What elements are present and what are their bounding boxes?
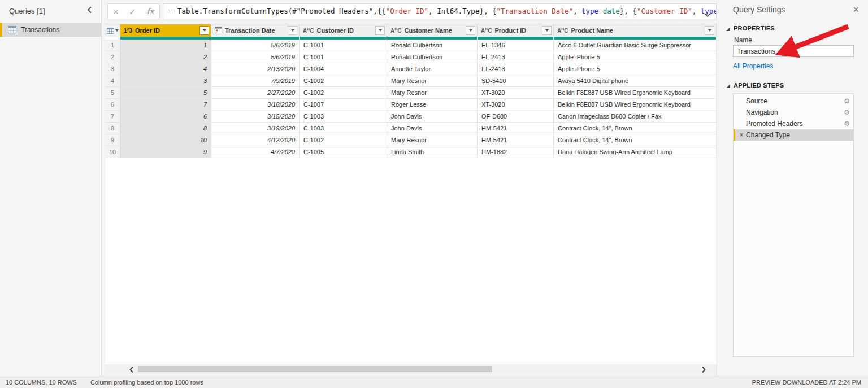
cell[interactable]: XT-3020	[478, 87, 554, 99]
commit-formula-icon[interactable]: ✓	[129, 7, 136, 16]
cell[interactable]: 8	[120, 123, 211, 134]
row-number[interactable]: 9	[105, 134, 120, 146]
fx-icon[interactable]: fx	[146, 7, 154, 15]
cell[interactable]: Roger Lesse	[387, 99, 478, 111]
close-settings-icon[interactable]: ×	[853, 5, 859, 14]
cell[interactable]: 2/27/2020	[211, 87, 300, 99]
filter-dropdown-icon[interactable]	[542, 26, 552, 35]
filter-dropdown-icon[interactable]	[199, 26, 209, 35]
filter-dropdown-icon[interactable]	[288, 26, 297, 35]
gear-icon[interactable]: ⚙	[844, 98, 850, 104]
cell[interactable]: 3	[120, 75, 211, 87]
cell[interactable]: C-1002	[300, 75, 387, 87]
cell[interactable]: SD-5410	[478, 75, 554, 87]
cell[interactable]: OF-D680	[478, 111, 554, 123]
cell[interactable]: 10	[120, 134, 211, 146]
cell[interactable]: 7	[120, 99, 211, 111]
cell[interactable]: C-1002	[300, 134, 387, 146]
cell[interactable]: 5/6/2019	[211, 40, 300, 51]
expand-formula-icon[interactable]	[704, 10, 711, 19]
cell[interactable]: Canon Imageclass D680 Copier / Fax	[554, 111, 717, 123]
scroll-left-icon[interactable]	[129, 365, 134, 376]
cell[interactable]: C-1004	[300, 63, 387, 75]
cell[interactable]: Mary Resnor	[387, 87, 478, 99]
applied-step-source[interactable]: Source⚙	[734, 95, 853, 107]
properties-section-header[interactable]: PROPERTIES	[726, 25, 775, 32]
cell[interactable]: C-1003	[300, 123, 387, 134]
applied-step-promoted-headers[interactable]: Promoted Headers⚙	[734, 118, 853, 129]
cell[interactable]: 7/9/2019	[211, 75, 300, 87]
cell[interactable]: EL-2413	[478, 63, 554, 75]
cell[interactable]: 5/6/2019	[211, 51, 300, 63]
cell[interactable]: Apple iPhone 5	[554, 63, 717, 75]
cell[interactable]: Annette Taylor	[387, 63, 478, 75]
scrollbar-thumb[interactable]	[138, 366, 492, 372]
filter-dropdown-icon[interactable]	[466, 26, 475, 35]
cell[interactable]: Ronald Culbertson	[387, 51, 478, 63]
select-all-columns-button[interactable]	[105, 24, 120, 37]
applied-steps-section-header[interactable]: APPLIED STEPS	[726, 82, 784, 89]
column-header-transaction-date[interactable]: Transaction Date	[211, 24, 300, 37]
row-number[interactable]: 5	[105, 87, 120, 99]
cell[interactable]: 2/13/2020	[211, 63, 300, 75]
cell[interactable]: Avaya 5410 Digital phone	[554, 75, 717, 87]
cell[interactable]: EL-2413	[478, 51, 554, 63]
cell[interactable]: Contract Clock, 14", Brown	[554, 123, 717, 134]
cell[interactable]: C-1003	[300, 111, 387, 123]
column-header-order-id[interactable]: 123Order ID	[120, 24, 211, 37]
cell[interactable]: Contract Clock, 14", Brown	[554, 134, 717, 146]
cancel-formula-icon[interactable]: ×	[113, 7, 118, 16]
cell[interactable]: Belkin F8E887 USB Wired Ergonomic Keyboa…	[554, 99, 717, 111]
cell[interactable]: John Davis	[387, 111, 478, 123]
cell[interactable]: EL-1346	[478, 40, 554, 51]
cell[interactable]: 5	[120, 87, 211, 99]
row-number[interactable]: 7	[105, 111, 120, 123]
cell[interactable]: 2	[120, 51, 211, 63]
cell[interactable]: 6	[120, 111, 211, 123]
column-header-customer-name[interactable]: ABCCustomer Name	[387, 24, 478, 37]
cell[interactable]: C-1001	[300, 51, 387, 63]
applied-step-navigation[interactable]: Navigation⚙	[734, 107, 853, 118]
formula-text[interactable]: = Table.TransformColumnTypes(#"Promoted …	[163, 4, 716, 19]
row-number[interactable]: 3	[105, 63, 120, 75]
cell[interactable]: XT-3020	[478, 99, 554, 111]
all-properties-link[interactable]: All Properties	[733, 62, 773, 70]
cell[interactable]: Ronald Culbertson	[387, 40, 478, 51]
cell[interactable]: 1	[120, 40, 211, 51]
filter-dropdown-icon[interactable]	[705, 26, 714, 35]
row-number[interactable]: 6	[105, 99, 120, 111]
cell[interactable]: HM-1882	[478, 146, 554, 158]
cell[interactable]: C-1001	[300, 40, 387, 51]
cell[interactable]: C-1002	[300, 87, 387, 99]
cell[interactable]: Acco 6 Outlet Guardian Basic Surge Suppr…	[554, 40, 717, 51]
cell[interactable]: C-1005	[300, 146, 387, 158]
gear-icon[interactable]: ⚙	[844, 120, 850, 127]
query-item-transactions[interactable]: Transactions	[0, 23, 101, 37]
cell[interactable]: Linda Smith	[387, 146, 478, 158]
query-name-input[interactable]	[733, 45, 854, 57]
cell[interactable]: 3/19/2020	[211, 123, 300, 134]
cell[interactable]: 4/12/2020	[211, 134, 300, 146]
cell[interactable]: 9	[120, 146, 211, 158]
cell[interactable]: 4/7/2020	[211, 146, 300, 158]
cell[interactable]: 3/18/2020	[211, 99, 300, 111]
cell[interactable]: Apple iPhone 5	[554, 51, 717, 63]
cell[interactable]: 3/15/2020	[211, 111, 300, 123]
gear-icon[interactable]: ⚙	[844, 109, 850, 116]
cell[interactable]: John Davis	[387, 123, 478, 134]
cell[interactable]: Mary Resnor	[387, 75, 478, 87]
cell[interactable]: Dana Halogen Swing-Arm Architect Lamp	[554, 146, 717, 158]
row-number[interactable]: 10	[105, 146, 120, 158]
applied-step-changed-type[interactable]: ×Changed Type	[734, 129, 853, 141]
column-header-product-id[interactable]: ABCProduct ID	[478, 24, 554, 37]
cell[interactable]: HM-5421	[478, 123, 554, 134]
horizontal-scrollbar[interactable]	[105, 364, 717, 374]
cell[interactable]: Mary Resnor	[387, 134, 478, 146]
cell[interactable]: Belkin F8E887 USB Wired Ergonomic Keyboa…	[554, 87, 717, 99]
cell[interactable]: C-1007	[300, 99, 387, 111]
filter-dropdown-icon[interactable]	[375, 26, 385, 35]
delete-step-icon[interactable]: ×	[737, 131, 746, 139]
column-header-product-name[interactable]: ABCProduct Name	[554, 24, 717, 37]
collapse-pane-icon[interactable]	[87, 6, 92, 15]
row-number[interactable]: 8	[105, 123, 120, 134]
